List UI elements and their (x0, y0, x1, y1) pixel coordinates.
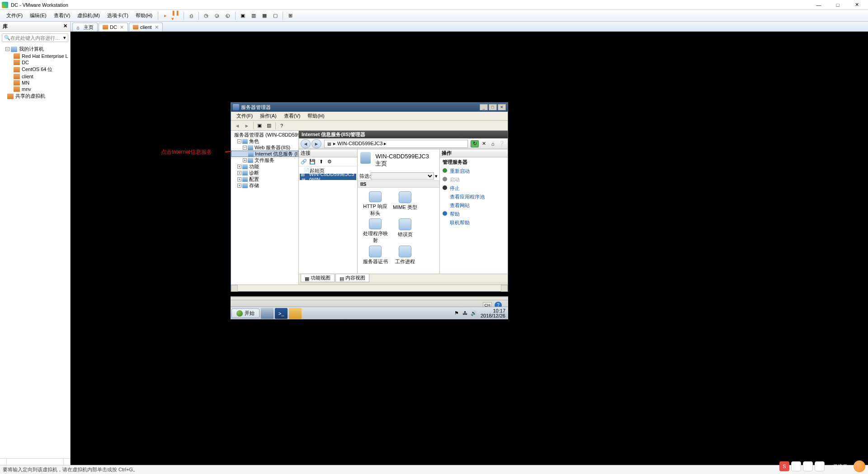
srv-menu-file[interactable]: 文件(F) (233, 112, 256, 120)
action-restart[interactable]: 重新启动 (440, 167, 508, 175)
taskbar-server-manager[interactable] (261, 308, 274, 319)
srv-maximize-button[interactable]: □ (489, 104, 497, 110)
tree-vm-item[interactable]: mnv (1, 86, 69, 92)
snapshot-manager-button[interactable]: ◷ (201, 11, 211, 20)
action-start[interactable]: 启动 (440, 175, 508, 184)
suspend-button[interactable]: ❚❚ ▾ (171, 11, 181, 20)
tree-vm-item[interactable]: MN (1, 80, 69, 86)
menu-tabs[interactable]: 选项卡(T) (104, 11, 132, 20)
tab-close-icon[interactable]: ✕ (155, 24, 159, 30)
tree-diagnostics[interactable]: +诊断 (231, 170, 298, 176)
tree-iis-manager[interactable]: Internet 信息服务 (I (231, 151, 298, 157)
srv-minimize-button[interactable]: _ (480, 104, 488, 110)
minimize-button[interactable]: — (809, 0, 828, 9)
feature-worker-process[interactable]: 工作进程 (391, 246, 419, 271)
menu-edit[interactable]: 编辑(E) (26, 11, 50, 20)
filter-go-icon[interactable]: ▾ (435, 173, 438, 179)
taskbar-powershell[interactable]: >_ (275, 308, 288, 319)
taskbar-explorer[interactable] (289, 308, 302, 319)
tree-shared-vms[interactable]: 共享的虚拟机 (1, 92, 69, 100)
scroll-left-icon[interactable] (231, 285, 238, 292)
search-input[interactable] (10, 35, 63, 41)
filter-select[interactable] (371, 172, 434, 180)
menu-view[interactable]: 查看(V) (50, 11, 74, 20)
nav-refresh-button[interactable]: ▥ (264, 122, 274, 130)
tray-network-icon[interactable]: 🖧 (462, 310, 469, 317)
tree-my-computer[interactable]: −我的计算机 (1, 45, 69, 53)
scroll-left-button[interactable] (0, 459, 7, 465)
srv-menu-action[interactable]: 操作(A) (256, 112, 280, 120)
vm-display[interactable]: 点击Internet信息服务 服务器管理器 _ □ ✕ 文件(F) 操作(A) … (71, 32, 868, 465)
assistant-bubble-icon[interactable] (854, 460, 865, 472)
tree-server-root[interactable]: 服务器管理器 (WIN-C8DD599EJC (231, 132, 298, 138)
view-console-button[interactable]: ▣ (238, 11, 248, 20)
feature-mime-types[interactable]: MIME 类型 (391, 191, 419, 217)
scroll-right-icon[interactable] (501, 285, 508, 292)
tree-vm-item[interactable]: client (1, 73, 69, 80)
iis-help-button[interactable]: ❔ (498, 140, 506, 147)
revert-button[interactable]: ◶ (212, 11, 222, 20)
feature-http-headers[interactable]: HTTP 响应标头 (361, 191, 389, 217)
search-dropdown-icon[interactable]: ▾ (63, 35, 66, 41)
iis-server-node[interactable]: ⊞ 🖥 WIN-C8DD599EJC3 (WIN (300, 174, 356, 180)
ime-punct-toggle[interactable]: •, (803, 461, 813, 471)
snapshot-button[interactable]: ⎙ (186, 11, 196, 20)
tree-config[interactable]: +配置 (231, 176, 298, 182)
tree-vm-item[interactable]: Red Hat Enterprise L (1, 53, 69, 59)
nav-back-button[interactable]: ◄ (233, 122, 242, 130)
ime-mode-icon[interactable]: ☾ (815, 461, 825, 471)
conn-save-icon[interactable]: 💾 (309, 158, 316, 166)
nav-forward-button[interactable]: ► (242, 122, 251, 130)
conn-connect-icon[interactable]: 🔗 (300, 158, 307, 166)
view-fullscreen-button[interactable]: ▢ (270, 11, 280, 20)
tree-storage[interactable]: +存储 (231, 182, 298, 189)
library-search[interactable]: 🔍 ▾ (2, 33, 68, 42)
close-button[interactable]: ✕ (847, 0, 866, 9)
tab-dc[interactable]: DC✕ (99, 23, 128, 31)
taskbar-clock[interactable]: 10:17 2018/12/26 (481, 308, 505, 318)
tray-sound-icon[interactable]: 🔊 (471, 310, 477, 317)
nav-up-button[interactable]: ▣ (255, 122, 264, 130)
nav-help-button[interactable]: ? (277, 122, 286, 130)
tree-webserver[interactable]: −Web 服务器(IIS) (231, 144, 298, 151)
sogou-ime-icon[interactable]: S (779, 461, 789, 471)
conn-settings-icon[interactable]: ⚙ (326, 158, 333, 166)
feature-error-pages[interactable]: 错误页 (391, 218, 419, 244)
tree-fileservices[interactable]: +文件服务 (231, 157, 298, 163)
menu-help[interactable]: 帮助(H) (132, 11, 156, 20)
feature-server-cert[interactable]: 服务器证书 (361, 246, 389, 271)
view-unity-button[interactable]: ▥ (249, 11, 259, 20)
srv-menu-view[interactable]: 查看(V) (280, 112, 304, 120)
action-stop[interactable]: 停止 (440, 184, 508, 193)
maximize-button[interactable]: □ (828, 0, 847, 9)
ime-chinese-toggle[interactable]: 中 (791, 461, 801, 471)
conn-up-icon[interactable]: ⬆ (317, 158, 325, 166)
action-help[interactable]: 帮助 (440, 210, 508, 218)
tree-roles[interactable]: −角色 (231, 138, 298, 144)
sidebar-close-icon[interactable]: ✕ (63, 23, 67, 30)
tab-close-icon[interactable]: ✕ (120, 24, 124, 30)
iis-refresh-button[interactable]: ↻ (471, 140, 479, 147)
tree-vm-item[interactable]: DC (1, 59, 69, 66)
srv-hscrollbar[interactable] (231, 284, 508, 291)
scroll-right-button[interactable] (63, 459, 70, 465)
menu-file[interactable]: 文件(F) (3, 11, 26, 20)
iis-back-button[interactable]: ◄ (301, 139, 311, 148)
feature-handler-mappings[interactable]: 处理程序映射 (361, 218, 389, 244)
iis-forward-button[interactable]: ► (311, 139, 321, 148)
view-thumbnail-button[interactable]: ▦ (259, 11, 269, 20)
action-online-help[interactable]: 联机帮助 (440, 218, 508, 227)
tab-content-view[interactable]: ▤内容视图 (335, 274, 369, 282)
tab-client[interactable]: client✕ (129, 23, 163, 31)
srv-menu-help[interactable]: 帮助(H) (304, 112, 328, 120)
menu-vm[interactable]: 虚拟机(M) (74, 11, 104, 20)
iis-home-button[interactable]: ⌂ (489, 140, 497, 147)
tree-features[interactable]: +功能 (231, 163, 298, 170)
tab-home[interactable]: ⌂主页 (72, 23, 98, 31)
snapshot-take-button[interactable]: ◵ (223, 11, 233, 20)
start-button[interactable]: 开始 (231, 308, 259, 318)
tree-vm-item[interactable]: CentOS 64 位 (1, 66, 69, 73)
power-on-button[interactable]: ▸ (160, 11, 170, 20)
action-view-pools[interactable]: 查看应用程序池 (440, 193, 508, 201)
view-library-button[interactable]: ⊞ (285, 11, 295, 20)
